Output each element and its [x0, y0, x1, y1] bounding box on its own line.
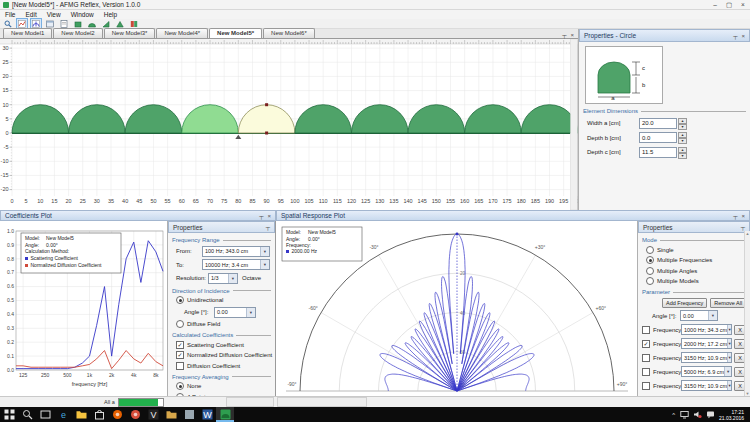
menu-item-window[interactable]: Window: [66, 11, 99, 18]
tab-newmodel5[interactable]: New Model5*: [209, 28, 262, 38]
frequency-dropdown[interactable]: 1000 Hz; 34.3 cm▾: [681, 324, 732, 335]
close-icon[interactable]: ×: [741, 33, 745, 39]
svg-text:0.4: 0.4: [7, 311, 14, 317]
volume-muted-icon[interactable]: [693, 410, 702, 419]
normalized-diffusion-coefficient-checkbox[interactable]: ✓Normalized Diffusion Coefficient: [176, 351, 271, 359]
frequency-dropdown[interactable]: 3150 Hz; 10.9 cm▾: [681, 380, 732, 391]
from-row-dropdown[interactable]: 100 Hz; 343.0 cm▾: [202, 246, 270, 257]
menu-item-edit[interactable]: Edit: [20, 11, 41, 18]
resolution-row-dropdown[interactable]: 1/3▾: [208, 273, 238, 284]
pin-icon[interactable]: ┬: [733, 213, 737, 219]
dimension-label: Depth c [cm]: [587, 149, 639, 155]
multiple-angles-radio[interactable]: Multiple Angles: [646, 267, 746, 275]
store-icon[interactable]: [90, 407, 108, 422]
svg-text:0.0: 0.0: [7, 367, 14, 373]
svg-text:100: 100: [290, 198, 299, 204]
angle-dropdown[interactable]: 0.00▾: [680, 310, 718, 321]
tab-newmodel2[interactable]: New Model2: [53, 28, 102, 38]
spinner[interactable]: ▴▾: [678, 132, 687, 143]
none-radio[interactable]: None: [176, 382, 271, 390]
firefox-icon[interactable]: [108, 407, 126, 422]
media-app-icon[interactable]: V: [144, 407, 162, 422]
pin-icon[interactable]: ┬: [259, 213, 263, 219]
gray-app-icon[interactable]: [180, 407, 198, 422]
close-button[interactable]: ×: [736, 1, 750, 9]
diffuser-element-5[interactable]: [238, 105, 295, 133]
pin-icon[interactable]: ┬: [733, 33, 737, 39]
start-button[interactable]: [0, 407, 18, 422]
diffuser-element-10[interactable]: [521, 105, 578, 133]
clock[interactable]: 17:2121.03.2016: [719, 409, 744, 421]
tab-newmodel3[interactable]: New Model3*: [104, 28, 156, 38]
file-explorer-icon[interactable]: [72, 407, 90, 422]
add-frequency-button[interactable]: Add Frequency: [662, 298, 707, 308]
to-row-dropdown[interactable]: 10000 Hz; 3.4 cm▾: [202, 259, 270, 270]
frequency-dropdown[interactable]: 3150 Hz; 10.9 cm▾: [681, 352, 732, 363]
diffuser-element-1[interactable]: [12, 105, 69, 133]
dimension-input[interactable]: 11.5: [639, 147, 677, 158]
task-view-icon[interactable]: [36, 407, 54, 422]
multiple-frequencies-radio[interactable]: Multiple Frequencies: [646, 256, 746, 264]
close-icon[interactable]: ×: [741, 213, 745, 219]
spinner[interactable]: ▴▾: [678, 118, 687, 129]
diffuser-element-3[interactable]: [125, 105, 182, 133]
diffuser-element-4[interactable]: [182, 105, 239, 133]
network-icon[interactable]: [680, 410, 689, 419]
frequency-dropdown[interactable]: 5000 Hz; 6.9 cm▾: [681, 366, 732, 377]
folder-app-icon[interactable]: [162, 407, 180, 422]
canvas-scrollbar: [571, 39, 578, 210]
search-icon[interactable]: [18, 407, 36, 422]
dimension-input[interactable]: 0.0: [639, 132, 677, 143]
svg-text:0.3: 0.3: [7, 325, 14, 331]
checkbox-icon[interactable]: [642, 382, 650, 390]
checkbox-icon[interactable]: [642, 326, 650, 334]
checkbox-icon[interactable]: [642, 368, 650, 376]
diffuser-element-9[interactable]: [465, 105, 522, 133]
menu-item-view[interactable]: View: [42, 11, 66, 18]
svg-text:15: 15: [51, 198, 57, 204]
spinner[interactable]: ▴▾: [678, 147, 687, 158]
spin-down-icon[interactable]: ▾: [678, 153, 687, 159]
svg-text:Model:: Model:: [25, 235, 40, 241]
single-radio[interactable]: Single: [646, 246, 746, 254]
close-icon[interactable]: ×: [267, 213, 271, 219]
pin-icon[interactable]: ┬: [741, 224, 745, 230]
model-canvas[interactable]: 302520151050-5-10-15-2005101520253035404…: [0, 39, 578, 210]
close-icon[interactable]: ×: [570, 32, 574, 38]
edge-icon[interactable]: e: [54, 407, 72, 422]
scrollbar[interactable]: ▲▼: [744, 231, 750, 396]
frequency-range-header: Frequency Range: [172, 237, 271, 243]
diffuse-field-radio[interactable]: Diffuse Field: [176, 320, 271, 328]
minimize-button[interactable]: –: [708, 1, 722, 9]
checkbox-icon[interactable]: ✓: [642, 340, 650, 348]
angle-row-dropdown[interactable]: 0.00▾: [214, 307, 256, 318]
word-icon[interactable]: W: [198, 407, 216, 422]
diffuser-element-8[interactable]: [408, 105, 465, 133]
afmg-reflex-taskbar-icon[interactable]: [216, 407, 234, 422]
menu-item-file[interactable]: File: [0, 11, 20, 18]
tab-newmodel4[interactable]: New Model4*: [156, 28, 208, 38]
spin-down-icon[interactable]: ▾: [678, 124, 687, 130]
diffusion-coefficient-checkbox[interactable]: Diffusion Coefficient: [176, 362, 271, 370]
pin-icon[interactable]: ┬: [562, 32, 566, 38]
scattering-coefficient-checkbox[interactable]: ✓Scattering Coefficient: [176, 341, 271, 349]
diffuser-element-6[interactable]: [295, 105, 352, 133]
frequency-dropdown[interactable]: 2000 Hz; 17.2 cm▾: [681, 338, 732, 349]
tab-newmodel6[interactable]: New Model6*: [263, 28, 315, 38]
spin-down-icon[interactable]: ▾: [678, 138, 687, 144]
unidirectional-radio[interactable]: Unidirectional: [176, 296, 271, 304]
diffuser-element-7[interactable]: [351, 105, 408, 133]
menu-item-help[interactable]: Help: [99, 11, 122, 18]
dimension-input[interactable]: 20.0: [639, 118, 677, 129]
chrome-icon[interactable]: [126, 407, 144, 422]
tray-expand-icon[interactable]: ^: [672, 412, 675, 418]
maximize-button[interactable]: ▢: [722, 1, 736, 9]
diffuser-element-2[interactable]: [69, 105, 126, 133]
notifications-icon[interactable]: [706, 410, 715, 419]
multiple-models-radio[interactable]: Multiple Models: [646, 277, 746, 285]
remove-all-button[interactable]: Remove All: [710, 298, 746, 308]
checkbox-icon[interactable]: [642, 354, 650, 362]
window-controls: –▢×: [708, 1, 750, 9]
pin-icon[interactable]: ┬: [266, 224, 270, 230]
tab-newmodel1[interactable]: New Model1: [3, 28, 52, 38]
